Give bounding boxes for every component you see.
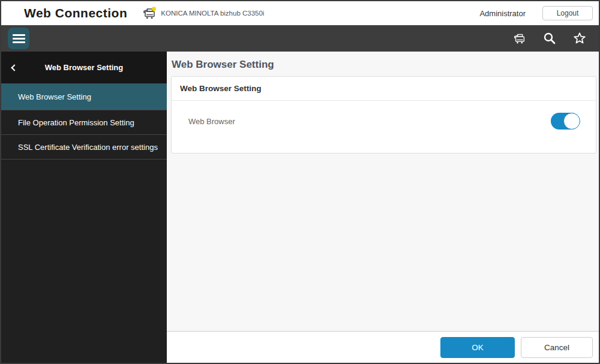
hamburger-bar [13, 38, 25, 40]
cancel-button[interactable]: Cancel [521, 337, 593, 358]
sidebar: Web Browser Setting Web Browser Setting … [1, 52, 167, 363]
content-spacer [167, 154, 599, 331]
web-browser-label: Web Browser [188, 117, 235, 126]
mfp-device-icon[interactable] [512, 31, 527, 46]
web-browser-setting-row: Web Browser [172, 101, 596, 153]
page-title: Web Browser Setting [172, 59, 594, 71]
footer-action-bar: OK Cancel [167, 331, 599, 363]
mfp-device-status-icon [142, 5, 157, 21]
sidebar-title: Web Browser Setting [45, 63, 124, 72]
logout-button[interactable]: Logout [542, 6, 593, 20]
settings-card: Web Browser Setting Web Browser [171, 76, 596, 154]
hamburger-bar [13, 41, 25, 43]
user-role-label: Administrator [479, 9, 526, 18]
header-right: Administrator Logout [479, 6, 593, 20]
sidebar-item-ssl-certificate-verification[interactable]: SSL Certificate Verification error setti… [1, 135, 167, 160]
app-logo: Web Connection [24, 6, 127, 20]
content-area: Web Browser Setting Web Browser Setting … [167, 52, 599, 363]
favorites-star-icon[interactable] [572, 31, 587, 46]
hamburger-bar [13, 34, 25, 36]
web-browser-toggle[interactable] [551, 113, 580, 130]
search-icon[interactable] [542, 31, 557, 46]
sidebar-header: Web Browser Setting [1, 52, 167, 84]
body-row: Web Browser Setting Web Browser Setting … [1, 52, 599, 363]
toolbar [1, 25, 599, 52]
device-name: KONICA MINOLTA bizhub C3350i [161, 10, 264, 17]
hamburger-menu-button[interactable] [8, 28, 29, 49]
sidebar-item-file-operation-permission[interactable]: File Operation Permission Setting [1, 110, 167, 135]
app-header: Web Connection KONICA MINOLTA bizhub C33… [1, 1, 599, 25]
toggle-knob [563, 113, 580, 130]
toolbar-icons [512, 31, 587, 46]
device-block: KONICA MINOLTA bizhub C3350i [142, 5, 264, 21]
card-header: Web Browser Setting [172, 77, 596, 101]
sidebar-item-web-browser-setting[interactable]: Web Browser Setting [1, 84, 167, 110]
back-chevron-icon[interactable] [11, 64, 17, 71]
ok-button[interactable]: OK [440, 337, 515, 358]
